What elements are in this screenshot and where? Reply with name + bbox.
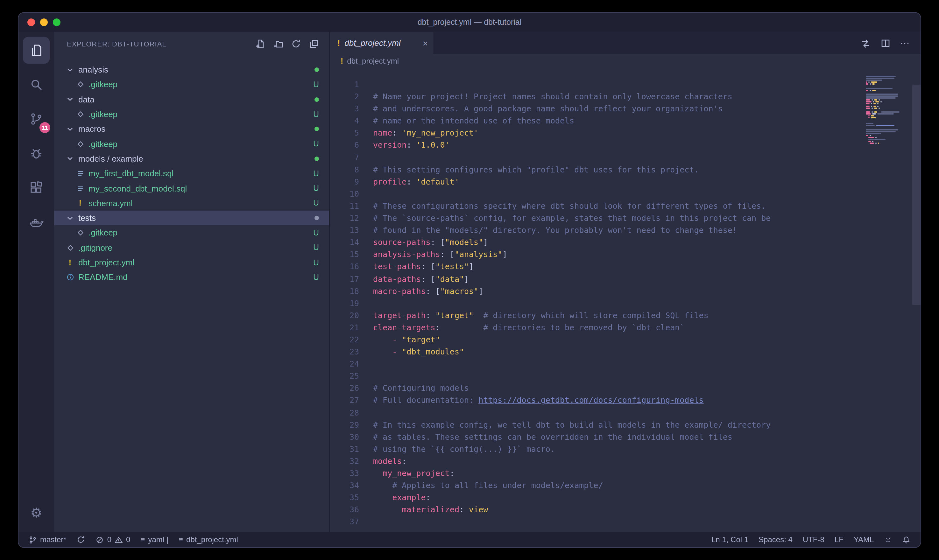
code-line[interactable]: 28 <box>330 406 921 418</box>
git-file-icon <box>76 110 84 118</box>
eol-status[interactable]: LF <box>834 535 844 544</box>
tree-file[interactable]: my_first_dbt_model.sqlU <box>54 166 329 181</box>
open-changes-button[interactable] <box>861 38 871 48</box>
activity-bar: 11 ⚙ <box>18 32 54 532</box>
tree-file[interactable]: !dbt_project.ymlU <box>54 255 329 270</box>
new-file-button[interactable] <box>253 36 268 52</box>
tab-dbt-project-yml[interactable]: ! dbt_project.yml × <box>330 32 434 54</box>
encoding-status[interactable]: UTF-8 <box>803 535 824 544</box>
tree-item-label: my_first_dbt_model.sql <box>88 169 174 178</box>
code-line[interactable]: 20target-path: "target" # directory whic… <box>330 309 921 322</box>
line-number: 36 <box>330 504 359 516</box>
code-line[interactable]: 26# Configuring models <box>330 382 921 394</box>
branch-status[interactable]: master* <box>29 535 66 544</box>
code-line[interactable]: 33 my_new_project: <box>330 467 921 479</box>
tree-folder[interactable]: macros <box>54 122 329 137</box>
line-text: # Applies to all files under models/exam… <box>373 479 603 491</box>
code-line[interactable]: 7 <box>330 151 921 163</box>
code-line[interactable]: 19 <box>330 297 921 309</box>
breadcrumb[interactable]: ! dbt_project.yml <box>330 54 921 68</box>
line-text: - "target" <box>373 334 440 346</box>
minimize-window-button[interactable] <box>40 18 48 26</box>
tree-item-label: .gitkeep <box>88 80 117 89</box>
tree-folder[interactable]: data <box>54 92 329 107</box>
close-tab-icon[interactable]: × <box>423 38 428 48</box>
code-line[interactable]: 34 # Applies to all files under models/e… <box>330 479 921 491</box>
code-line[interactable]: 8# This setting configures which "profil… <box>330 163 921 175</box>
code-line[interactable]: 6version: '1.0.0' <box>330 139 921 151</box>
code-line[interactable]: 9profile: 'default' <box>330 175 921 188</box>
code-line[interactable]: 35 example: <box>330 491 921 503</box>
problems-status[interactable]: 0 0 <box>96 535 131 544</box>
code-line[interactable]: 21clean-targets: # directories to be rem… <box>330 322 921 334</box>
publish-button[interactable] <box>77 535 86 544</box>
tree-file[interactable]: .gitignoreU <box>54 240 329 255</box>
activity-extensions[interactable] <box>23 174 50 201</box>
more-actions-button[interactable]: ⋯ <box>900 37 910 49</box>
code-line[interactable]: 25 <box>330 370 921 382</box>
new-folder-button[interactable] <box>271 36 286 52</box>
code-line[interactable]: 31# using the `{{ config(...) }}` macro. <box>330 443 921 455</box>
tree-file[interactable]: .gitkeepU <box>54 107 329 122</box>
split-editor-button[interactable] <box>881 38 891 48</box>
language-mode[interactable]: YAML <box>854 535 874 544</box>
close-window-button[interactable] <box>28 18 35 26</box>
code-line[interactable]: 18macro-paths: ["macros"] <box>330 285 921 297</box>
activity-source-control[interactable]: 11 <box>23 106 50 132</box>
activity-search[interactable] <box>23 71 50 98</box>
code-line[interactable]: 12# The `source-paths` config, for examp… <box>330 212 921 224</box>
code-line[interactable]: 16test-paths: ["tests"] <box>330 261 921 273</box>
activity-explorer[interactable] <box>23 37 50 64</box>
code-line[interactable]: 14source-paths: ["models"] <box>330 236 921 248</box>
collapse-folders-button[interactable] <box>306 36 322 52</box>
tree-file[interactable]: .gitkeepU <box>54 137 329 151</box>
yaml-file-icon: ! <box>66 258 74 267</box>
code-line[interactable]: 3# and underscores. A good package name … <box>330 103 921 115</box>
code-line[interactable]: 30# as tables. These settings can be ove… <box>330 431 921 443</box>
notifications-bell[interactable] <box>902 535 910 544</box>
code-line[interactable]: 24 <box>330 358 921 370</box>
tree-folder[interactable]: analysis <box>54 62 329 77</box>
tree-file[interactable]: README.mdU <box>54 270 329 285</box>
code-line[interactable]: 23 - "dbt_modules" <box>330 346 921 358</box>
activity-run-debug[interactable] <box>23 140 50 167</box>
code-line[interactable]: 15analysis-paths: ["analysis"] <box>330 249 921 261</box>
tree-file[interactable]: .gitkeepU <box>54 226 329 240</box>
activity-docker[interactable] <box>23 209 50 235</box>
code-editor[interactable]: 12# Name your project! Project names sho… <box>330 68 921 532</box>
minimap[interactable] <box>866 68 911 146</box>
scrollbar-thumb[interactable] <box>912 85 921 305</box>
line-text: # These configurations specify where dbt… <box>373 200 766 212</box>
code-line[interactable]: 27# Full documentation: https://docs.get… <box>330 394 921 406</box>
feedback-smiley-icon[interactable]: ☺ <box>884 535 892 544</box>
code-line[interactable]: 10 <box>330 188 921 200</box>
yaml-schema-status[interactable]: ≡ yaml | <box>140 535 168 544</box>
code-line[interactable]: 17data-paths: ["data"] <box>330 273 921 285</box>
code-line[interactable]: 11# These configurations specify where d… <box>330 200 921 212</box>
code-line[interactable]: 2# Name your project! Project names shou… <box>330 90 921 103</box>
code-line[interactable]: 5name: 'my_new_project' <box>330 127 921 139</box>
new-file-icon <box>255 39 265 49</box>
tree-folder[interactable]: models / example <box>54 151 329 166</box>
tree-file[interactable]: my_second_dbt_model.sqlU <box>54 181 329 196</box>
title-bar[interactable]: dbt_project.yml — dbt-tutorial <box>18 13 921 32</box>
code-line[interactable]: 37 <box>330 516 921 528</box>
git-status-badge: U <box>313 273 319 282</box>
tree-file[interactable]: .gitkeepU <box>54 77 329 92</box>
cursor-position[interactable]: Ln 1, Col 1 <box>711 535 748 544</box>
zoom-window-button[interactable] <box>53 18 60 26</box>
tree-folder[interactable]: tests <box>54 211 329 226</box>
code-line[interactable]: 1 <box>330 78 921 90</box>
refresh-explorer-button[interactable] <box>288 36 304 52</box>
settings-button[interactable]: ⚙ <box>23 499 50 526</box>
yaml-file-status[interactable]: ≡ dbt_project.yml <box>179 535 238 544</box>
indentation-status[interactable]: Spaces: 4 <box>759 535 793 544</box>
code-line[interactable]: 29# In this example config, we tell dbt … <box>330 418 921 431</box>
code-line[interactable]: 32models: <box>330 455 921 467</box>
code-line[interactable]: 36 materialized: view <box>330 504 921 516</box>
code-line[interactable]: 22 - "target" <box>330 334 921 346</box>
code-line[interactable]: 13# found in the "models/" directory. Yo… <box>330 224 921 236</box>
tree-file[interactable]: !schema.ymlU <box>54 196 329 211</box>
explorer-title: EXPLORER: DBT-TUTORIAL <box>67 40 253 48</box>
code-line[interactable]: 4# name or the intended use of these mod… <box>330 115 921 127</box>
